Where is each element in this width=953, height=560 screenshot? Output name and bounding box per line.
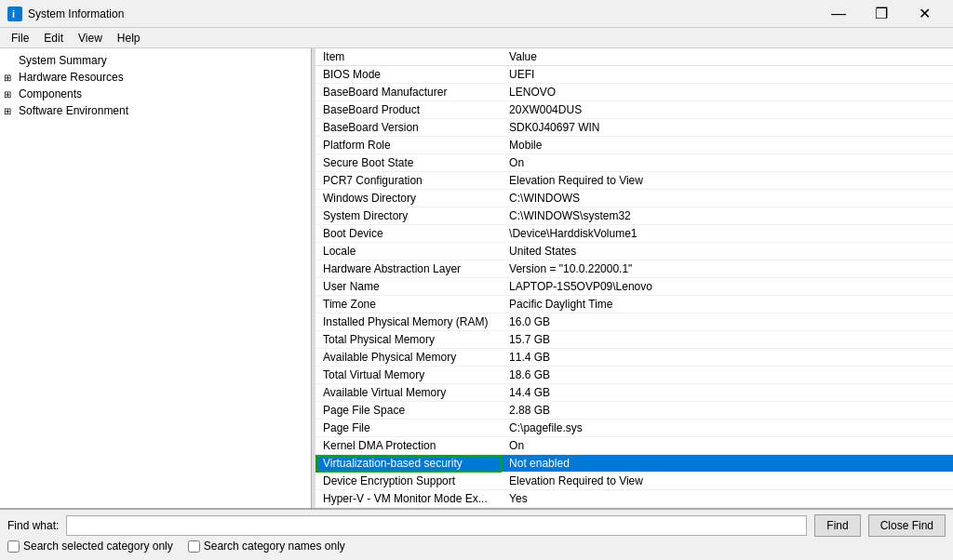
search-names-checkbox[interactable] — [188, 540, 200, 553]
tree-label-software-environment: Software Environment — [19, 104, 128, 117]
table-cell-item: System Directory — [315, 207, 502, 225]
right-panel-data: Item Value BIOS ModeUEFIBaseBoard Manufa… — [315, 48, 953, 508]
restore-button[interactable]: ❐ — [860, 0, 903, 28]
table-cell-value: UEFI — [502, 66, 953, 84]
close-find-button[interactable]: Close Find — [868, 514, 946, 537]
left-panel-tree: System Summary ⊞ Hardware Resources ⊞ Co… — [0, 48, 312, 508]
menu-bar: File Edit View Help — [0, 28, 953, 48]
table-cell-item: Secure Boot State — [315, 154, 502, 172]
table-cell-value: Yes — [502, 508, 953, 509]
table-row[interactable]: Total Physical Memory15.7 GB — [315, 331, 953, 349]
table-cell-value: Version = "10.0.22000.1" — [502, 260, 953, 278]
expand-icon-hardware: ⊞ — [4, 73, 15, 83]
table-cell-value: On — [502, 154, 953, 172]
table-row[interactable]: Hyper-V - Second Level Address...Yes — [315, 508, 953, 509]
title-bar: i System Information — ❐ ✕ — [0, 0, 953, 28]
table-row[interactable]: BIOS ModeUEFI — [315, 66, 953, 84]
table-cell-item: Installed Physical Memory (RAM) — [315, 313, 502, 331]
find-input[interactable] — [66, 515, 807, 536]
column-header-value: Value — [502, 48, 953, 66]
find-button[interactable]: Find — [814, 514, 860, 537]
table-cell-value: \Device\HarddiskVolume1 — [502, 225, 953, 243]
table-cell-value: Elevation Required to View — [502, 172, 953, 190]
tree-item-software-environment[interactable]: ⊞ Software Environment — [0, 102, 311, 119]
table-cell-item: PCR7 Configuration — [315, 172, 502, 190]
table-row[interactable]: Windows DirectoryC:\WINDOWS — [315, 190, 953, 207]
table-row[interactable]: User NameLAPTOP-1S5OVP09\Lenovo — [315, 278, 953, 296]
table-row[interactable]: Hyper-V - VM Monitor Mode Ex...Yes — [315, 490, 953, 508]
svg-text:i: i — [12, 8, 15, 20]
table-row[interactable]: Page File Space2.88 GB — [315, 402, 953, 420]
table-cell-value: C:\WINDOWS\system32 — [502, 207, 953, 225]
table-cell-item: Hyper-V - VM Monitor Mode Ex... — [315, 490, 502, 508]
table-row[interactable]: Device Encryption SupportElevation Requi… — [315, 473, 953, 490]
table-cell-value: C:\pagefile.sys — [502, 420, 953, 437]
table-cell-item: Windows Directory — [315, 190, 502, 207]
table-cell-value: C:\WINDOWS — [502, 190, 953, 207]
search-category-label[interactable]: Search selected category only — [7, 540, 173, 553]
table-cell-value: LENOVO — [502, 84, 953, 101]
menu-edit[interactable]: Edit — [36, 30, 71, 47]
menu-help[interactable]: Help — [110, 30, 148, 47]
close-button[interactable]: ✕ — [903, 0, 946, 28]
menu-file[interactable]: File — [4, 30, 36, 47]
table-row[interactable]: Secure Boot StateOn — [315, 154, 953, 172]
table-row[interactable]: Virtualization-based securityNot enabled — [315, 455, 953, 473]
table-row[interactable]: System DirectoryC:\WINDOWS\system32 — [315, 207, 953, 225]
table-cell-item: BaseBoard Manufacturer — [315, 84, 502, 101]
table-row[interactable]: Total Virtual Memory18.6 GB — [315, 367, 953, 384]
table-row[interactable]: Time ZonePacific Daylight Time — [315, 296, 953, 313]
table-row[interactable]: Platform RoleMobile — [315, 137, 953, 154]
table-cell-item: Page File — [315, 420, 502, 437]
table-row[interactable]: PCR7 ConfigurationElevation Required to … — [315, 172, 953, 190]
table-cell-value: 2.88 GB — [502, 402, 953, 420]
find-options-row: Search selected category only Search cat… — [7, 538, 946, 553]
table-cell-item: Total Physical Memory — [315, 331, 502, 349]
table-row[interactable]: BaseBoard VersionSDK0J40697 WIN — [315, 119, 953, 137]
table-cell-item: BaseBoard Product — [315, 101, 502, 119]
table-row[interactable]: Available Virtual Memory14.4 GB — [315, 384, 953, 402]
table-row[interactable]: Boot Device\Device\HarddiskVolume1 — [315, 225, 953, 243]
table-cell-item: Available Physical Memory — [315, 349, 502, 367]
menu-view[interactable]: View — [71, 30, 110, 47]
table-cell-value: LAPTOP-1S5OVP09\Lenovo — [502, 278, 953, 296]
table-cell-value: Pacific Daylight Time — [502, 296, 953, 313]
table-cell-item: Total Virtual Memory — [315, 367, 502, 384]
tree-item-components[interactable]: ⊞ Components — [0, 86, 311, 102]
table-cell-value: 18.6 GB — [502, 367, 953, 384]
tree-label-hardware-resources: Hardware Resources — [19, 71, 124, 84]
data-table: Item Value BIOS ModeUEFIBaseBoard Manufa… — [315, 48, 953, 508]
table-cell-item: Time Zone — [315, 296, 502, 313]
table-cell-item: Platform Role — [315, 137, 502, 154]
search-category-text: Search selected category only — [23, 540, 173, 553]
tree-item-system-summary[interactable]: System Summary — [0, 52, 311, 69]
table-cell-value: 11.4 GB — [502, 349, 953, 367]
table-row[interactable]: Page FileC:\pagefile.sys — [315, 420, 953, 437]
search-names-text: Search category names only — [204, 540, 345, 553]
table-row[interactable]: Kernel DMA ProtectionOn — [315, 437, 953, 455]
table-cell-value: 16.0 GB — [502, 313, 953, 331]
table-cell-item: Hardware Abstraction Layer — [315, 260, 502, 278]
table-row[interactable]: LocaleUnited States — [315, 243, 953, 260]
table-cell-value: 14.4 GB — [502, 384, 953, 402]
tree-label-components: Components — [19, 87, 82, 100]
table-cell-value: 20XW004DUS — [502, 101, 953, 119]
table-row[interactable]: Installed Physical Memory (RAM)16.0 GB — [315, 313, 953, 331]
table-row[interactable]: Hardware Abstraction LayerVersion = "10.… — [315, 260, 953, 278]
find-input-row: Find what: Find Close Find — [7, 513, 946, 538]
minimize-button[interactable]: — — [817, 0, 860, 28]
table-cell-item: BaseBoard Version — [315, 119, 502, 137]
expand-icon-software: ⊞ — [4, 106, 15, 116]
table-cell-item: Virtualization-based security — [315, 455, 502, 473]
table-row[interactable]: BaseBoard ManufacturerLENOVO — [315, 84, 953, 101]
tree-item-hardware-resources[interactable]: ⊞ Hardware Resources — [0, 69, 311, 86]
table-cell-item: Boot Device — [315, 225, 502, 243]
table-row[interactable]: Available Physical Memory11.4 GB — [315, 349, 953, 367]
expand-icon-components: ⊞ — [4, 89, 15, 100]
search-category-checkbox[interactable] — [7, 540, 20, 553]
table-cell-item: User Name — [315, 278, 502, 296]
find-label: Find what: — [7, 519, 59, 532]
table-cell-value: Not enabled — [502, 455, 953, 473]
search-names-label[interactable]: Search category names only — [188, 540, 345, 553]
table-row[interactable]: BaseBoard Product20XW004DUS — [315, 101, 953, 119]
